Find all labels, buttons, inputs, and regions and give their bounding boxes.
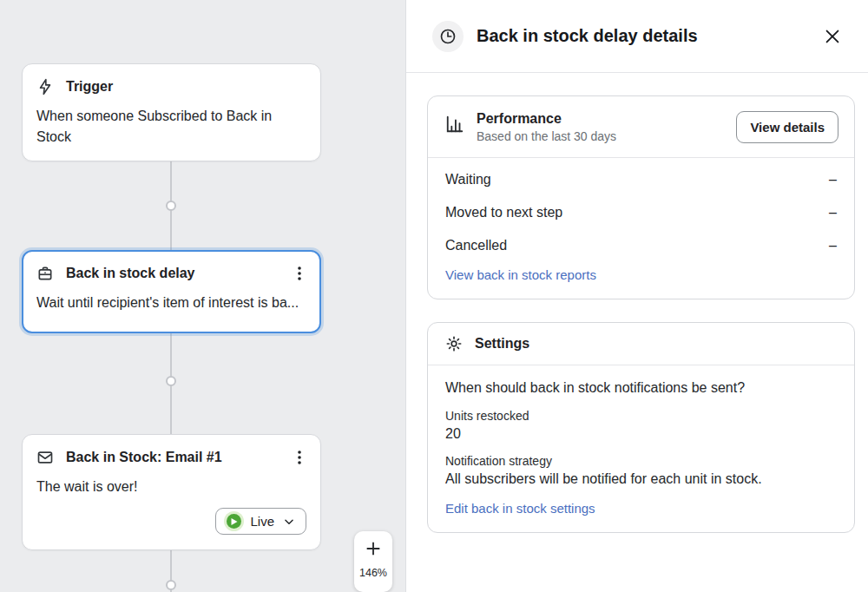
details-panel: Back in stock delay details Performance … bbox=[405, 0, 868, 592]
field-value: All subscribers will be notified for eac… bbox=[445, 471, 837, 487]
stat-value: – bbox=[829, 205, 837, 220]
kebab-menu-icon[interactable] bbox=[293, 265, 306, 282]
settings-card: Settings When should back in stock notif… bbox=[427, 322, 855, 533]
field-units-restocked: Units restocked 20 bbox=[445, 409, 837, 442]
delay-node-title: Back in stock delay bbox=[66, 266, 280, 281]
field-value: 20 bbox=[445, 426, 837, 442]
zoom-in-button[interactable] bbox=[354, 531, 392, 566]
stat-value: – bbox=[829, 172, 837, 187]
chevron-down-icon bbox=[283, 516, 295, 528]
stat-label: Waiting bbox=[445, 172, 491, 187]
email-node-title: Back in Stock: Email #1 bbox=[66, 450, 280, 465]
view-details-button[interactable]: View details bbox=[736, 111, 838, 143]
settings-title: Settings bbox=[475, 336, 529, 352]
connector-node-dot[interactable] bbox=[166, 580, 176, 590]
connector-node-dot[interactable] bbox=[166, 376, 176, 386]
stat-row-waiting: Waiting – bbox=[428, 163, 854, 196]
email-status-label: Live bbox=[250, 514, 274, 529]
trigger-node-title: Trigger bbox=[66, 79, 306, 95]
gear-icon bbox=[445, 335, 463, 352]
clock-icon bbox=[432, 21, 464, 52]
performance-card: Performance Based on the last 30 days Vi… bbox=[427, 95, 855, 299]
email-node-description: The wait is over! bbox=[36, 477, 306, 497]
delay-node-card[interactable]: Back in stock delay Wait until recipient… bbox=[22, 250, 321, 333]
briefcase-icon bbox=[36, 265, 54, 282]
canvas-zoom-control: 146% bbox=[354, 531, 392, 592]
zoom-level-label: 146% bbox=[359, 567, 387, 579]
field-label: Notification strategy bbox=[445, 454, 837, 468]
connector-node-dot[interactable] bbox=[166, 201, 176, 211]
play-circle-icon bbox=[227, 514, 241, 529]
trigger-node-description: When someone Subscribed to Back in Stock bbox=[36, 106, 306, 148]
field-notification-strategy: Notification strategy All subscribers wi… bbox=[445, 454, 837, 487]
bar-chart-icon bbox=[445, 115, 464, 134]
delay-node-description: Wait until recipient's item of interest … bbox=[36, 293, 306, 313]
email-status-dropdown[interactable]: Live bbox=[215, 508, 306, 535]
details-panel-header: Back in stock delay details bbox=[406, 0, 868, 73]
close-icon[interactable] bbox=[821, 25, 844, 48]
email-node-card[interactable]: Back in Stock: Email #1 The wait is over… bbox=[22, 434, 321, 550]
details-panel-title: Back in stock delay details bbox=[477, 26, 808, 46]
lightning-bolt-icon bbox=[36, 78, 54, 95]
flow-canvas[interactable]: Trigger When someone Subscribed to Back … bbox=[0, 0, 405, 592]
settings-question: When should back in stock notifications … bbox=[445, 380, 837, 396]
stat-label: Moved to next step bbox=[445, 205, 562, 220]
envelope-icon bbox=[36, 449, 54, 466]
stat-label: Cancelled bbox=[445, 238, 507, 253]
trigger-node-card[interactable]: Trigger When someone Subscribed to Back … bbox=[22, 63, 321, 161]
view-back-in-stock-reports-link[interactable]: View back in stock reports bbox=[445, 267, 596, 282]
performance-title: Performance bbox=[477, 111, 724, 127]
edit-back-in-stock-settings-link[interactable]: Edit back in stock settings bbox=[445, 501, 595, 516]
performance-subtitle: Based on the last 30 days bbox=[477, 129, 724, 143]
stat-row-moved: Moved to next step – bbox=[428, 196, 854, 229]
kebab-menu-icon[interactable] bbox=[293, 449, 306, 466]
field-label: Units restocked bbox=[445, 409, 837, 423]
stat-row-cancelled: Cancelled – bbox=[428, 229, 854, 262]
stat-value: – bbox=[829, 238, 837, 253]
